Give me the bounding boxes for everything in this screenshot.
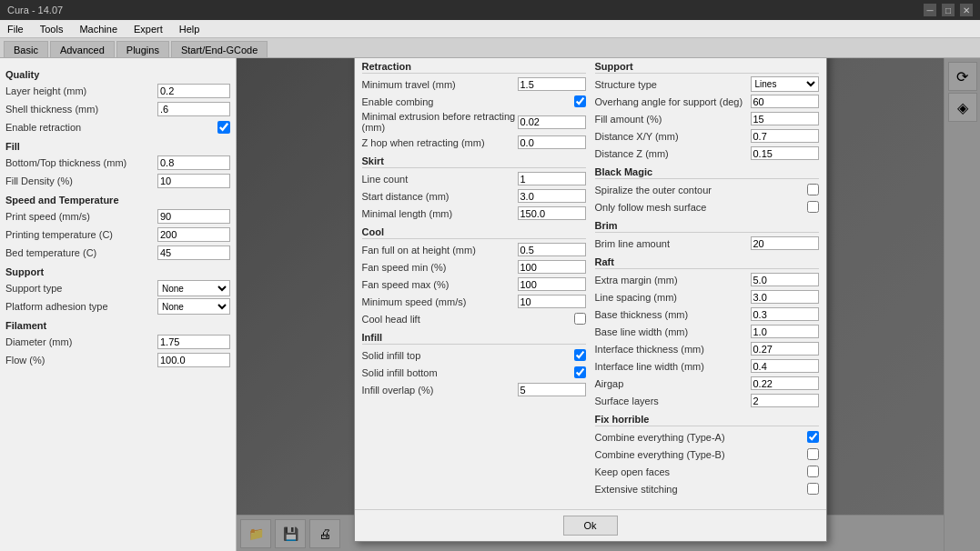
row-interface-thickness: Interface thickness (mm): [595, 341, 819, 356]
input-min-speed[interactable]: [518, 295, 586, 308]
dialog-overlay: Expert config ✕ Retraction Minimum trave…: [237, 58, 980, 551]
checkbox-enable-combing[interactable]: [574, 95, 586, 107]
field-layer-height: Layer height (mm): [5, 83, 230, 99]
raft-title: Raft: [595, 256, 819, 269]
input-layer-height[interactable]: [157, 84, 230, 98]
input-brim-line-amount[interactable]: [751, 236, 819, 250]
row-base-thickness: Base thickness (mm): [595, 306, 819, 322]
fix-horrible-title: Fix horrible: [595, 414, 819, 426]
row-extra-margin: Extra margin (mm): [595, 272, 819, 287]
tab-basic[interactable]: Basic: [4, 41, 48, 57]
input-line-spacing[interactable]: [751, 290, 819, 304]
menu-expert[interactable]: Expert: [130, 24, 167, 35]
field-enable-retraction: Enable retraction: [5, 119, 230, 135]
input-airgap[interactable]: [751, 376, 819, 390]
app-title: Cura - 14.07: [7, 5, 63, 15]
input-interface-line-width[interactable]: [751, 359, 819, 373]
infill-title: Infill: [362, 332, 586, 345]
tab-bar: Basic Advanced Plugins Start/End-GCode: [0, 38, 980, 58]
input-bed-temp[interactable]: [157, 245, 230, 260]
row-airgap: Airgap: [595, 376, 819, 391]
checkbox-solid-infill-bottom[interactable]: [574, 366, 586, 378]
select-platform-adhesion[interactable]: None Brim Raft: [157, 298, 230, 315]
main-layout: Quality Layer height (mm) Shell thicknes…: [0, 58, 980, 551]
section-fill: Fill: [5, 141, 230, 152]
dialog-section-support: Support Structure type Lines Grid Overha…: [595, 61, 819, 161]
input-fan-speed-max[interactable]: [518, 277, 586, 291]
menu-machine[interactable]: Machine: [76, 24, 121, 35]
input-extra-margin[interactable]: [751, 273, 819, 286]
row-brim-line-amount: Brim line amount: [595, 235, 819, 251]
dialog-section-raft: Raft Extra margin (mm) Line spacing (mm)…: [595, 256, 819, 408]
input-fan-speed-min[interactable]: [518, 260, 586, 274]
checkbox-follow-mesh[interactable]: [807, 201, 819, 213]
dialog-section-cool: Cool Fan full on at height (mm) Fan spee…: [362, 226, 586, 326]
input-fill-density[interactable]: [157, 174, 230, 188]
input-interface-thickness[interactable]: [751, 342, 819, 356]
checkbox-combine-type-a[interactable]: [807, 431, 819, 443]
row-fan-speed-max: Fan speed max (%): [362, 276, 586, 292]
dialog-footer: Ok: [355, 509, 826, 541]
select-support-type[interactable]: None Touching buildplate Everywhere: [157, 280, 230, 296]
tab-start-end-gcode[interactable]: Start/End-GCode: [171, 41, 268, 57]
menu-help[interactable]: Help: [176, 24, 204, 35]
select-structure-type[interactable]: Lines Grid: [751, 76, 819, 92]
row-base-line-width: Base line width (mm): [595, 324, 819, 339]
support-title: Support: [595, 61, 819, 74]
input-bottom-top-thickness[interactable]: [157, 155, 230, 170]
tab-advanced[interactable]: Advanced: [50, 41, 115, 57]
row-line-spacing: Line spacing (mm): [595, 289, 819, 305]
input-infill-overlap[interactable]: [518, 383, 586, 396]
row-keep-open-faces: Keep open faces: [595, 464, 819, 479]
input-print-speed[interactable]: [157, 209, 230, 224]
menu-file[interactable]: File: [4, 24, 27, 35]
input-distance-z[interactable]: [751, 146, 819, 160]
input-start-distance[interactable]: [518, 189, 586, 203]
section-speed-temp: Speed and Temperature: [5, 195, 230, 205]
left-panel: Quality Layer height (mm) Shell thicknes…: [0, 58, 237, 551]
close-button[interactable]: ✕: [960, 4, 973, 16]
input-overhang-angle[interactable]: [751, 95, 819, 108]
input-min-extrusion[interactable]: [518, 115, 586, 129]
dialog-ok-button[interactable]: Ok: [563, 516, 618, 536]
dialog-body: Retraction Minimum travel (mm) Enable co…: [355, 58, 826, 509]
row-follow-mesh: Only follow mesh surface: [595, 199, 819, 215]
field-printing-temp: Printing temperature (C): [5, 226, 230, 243]
checkbox-enable-retraction[interactable]: [217, 121, 230, 134]
minimize-button[interactable]: ─: [924, 4, 936, 16]
row-infill-overlap: Infill overlap (%): [362, 382, 586, 397]
maximize-button[interactable]: □: [942, 4, 955, 16]
retraction-title: Retraction: [362, 61, 586, 74]
input-fan-full-on[interactable]: [518, 243, 586, 256]
input-minimal-length[interactable]: [518, 206, 586, 220]
input-line-count[interactable]: [518, 172, 586, 185]
checkbox-extensive-stitching[interactable]: [807, 483, 819, 495]
input-printing-temp[interactable]: [157, 227, 230, 242]
input-distance-xy[interactable]: [751, 129, 819, 143]
input-diameter[interactable]: [157, 335, 230, 349]
input-flow[interactable]: [157, 353, 230, 367]
input-min-travel[interactable]: [518, 77, 586, 91]
input-fill-amount[interactable]: [751, 112, 819, 125]
tab-plugins[interactable]: Plugins: [116, 41, 169, 57]
checkbox-cool-head-lift[interactable]: [574, 313, 586, 325]
checkbox-spiralize[interactable]: [807, 184, 819, 195]
menu-tools[interactable]: Tools: [36, 24, 67, 35]
dialog-section-skirt: Skirt Line count Start distance (mm) Min…: [362, 155, 586, 221]
row-cool-head-lift: Cool head lift: [362, 311, 586, 326]
brim-title: Brim: [595, 220, 819, 233]
row-fan-speed-min: Fan speed min (%): [362, 259, 586, 275]
window-controls: ─ □ ✕: [924, 4, 973, 16]
input-shell-thickness[interactable]: [157, 102, 230, 116]
input-base-thickness[interactable]: [751, 307, 819, 321]
field-flow: Flow (%): [5, 352, 230, 368]
checkbox-keep-open-faces[interactable]: [807, 466, 819, 477]
checkbox-combine-type-b[interactable]: [807, 448, 819, 460]
input-surface-layers[interactable]: [751, 394, 819, 407]
row-solid-infill-top: Solid infill top: [362, 347, 586, 363]
checkbox-solid-infill-top[interactable]: [574, 349, 586, 361]
input-base-line-width[interactable]: [751, 325, 819, 338]
menu-bar: File Tools Machine Expert Help: [0, 20, 980, 38]
dialog-section-fix-horrible: Fix horrible Combine everything (Type-A)…: [595, 414, 819, 496]
input-z-hop[interactable]: [518, 135, 586, 149]
